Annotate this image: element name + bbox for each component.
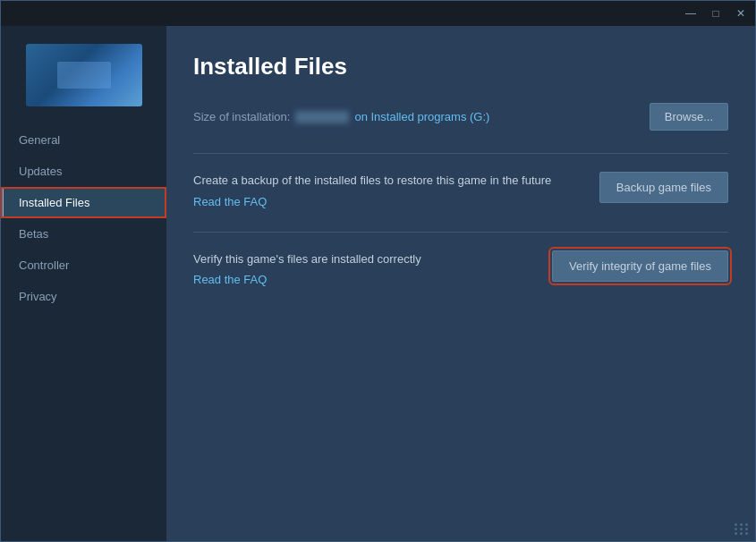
title-bar: — □ ✕ bbox=[1, 1, 755, 26]
sidebar: General Updates Installed Files Betas Co… bbox=[1, 26, 166, 541]
sidebar-item-betas[interactable]: Betas bbox=[1, 218, 166, 250]
sidebar-item-controller[interactable]: Controller bbox=[1, 250, 166, 281]
page-title: Installed Files bbox=[193, 53, 728, 80]
divider-2 bbox=[193, 232, 728, 233]
backup-row: Create a backup of the installed files t… bbox=[193, 172, 728, 209]
maximize-button[interactable]: □ bbox=[709, 6, 723, 21]
backup-faq-link[interactable]: Read the FAQ bbox=[193, 195, 267, 208]
browse-button[interactable]: Browse... bbox=[650, 103, 728, 131]
sidebar-item-installed-files[interactable]: Installed Files bbox=[1, 187, 166, 218]
install-location-link[interactable]: on Installed programs (G:) bbox=[354, 110, 489, 123]
verify-row: Verify this game's files are installed c… bbox=[193, 250, 728, 288]
grid-decoration bbox=[735, 523, 749, 535]
backup-description-area: Create a backup of the installed files t… bbox=[193, 172, 582, 209]
window-controls: — □ ✕ bbox=[684, 6, 748, 21]
install-size-row: Size of installation: on Installed progr… bbox=[193, 103, 728, 131]
main-content: Installed Files Size of installation: on… bbox=[166, 26, 755, 541]
content-area: General Updates Installed Files Betas Co… bbox=[1, 26, 755, 541]
sidebar-item-general[interactable]: General bbox=[1, 124, 166, 156]
sidebar-item-updates[interactable]: Updates bbox=[1, 156, 166, 187]
backup-button[interactable]: Backup game files bbox=[599, 172, 728, 203]
sidebar-item-privacy[interactable]: Privacy bbox=[1, 281, 166, 312]
divider-1 bbox=[193, 153, 728, 154]
minimize-button[interactable]: — bbox=[684, 6, 698, 21]
game-thumbnail bbox=[26, 44, 142, 106]
size-value bbox=[295, 111, 349, 123]
verify-faq-link[interactable]: Read the FAQ bbox=[193, 273, 267, 286]
verify-integrity-button[interactable]: Verify integrity of game files bbox=[552, 250, 728, 282]
backup-description-text: Create a backup of the installed files t… bbox=[193, 172, 582, 190]
verify-description-text: Verify this game's files are installed c… bbox=[193, 250, 534, 268]
verify-description-area: Verify this game's files are installed c… bbox=[193, 250, 534, 288]
close-button[interactable]: ✕ bbox=[734, 6, 748, 21]
size-label: Size of installation: bbox=[193, 110, 290, 123]
